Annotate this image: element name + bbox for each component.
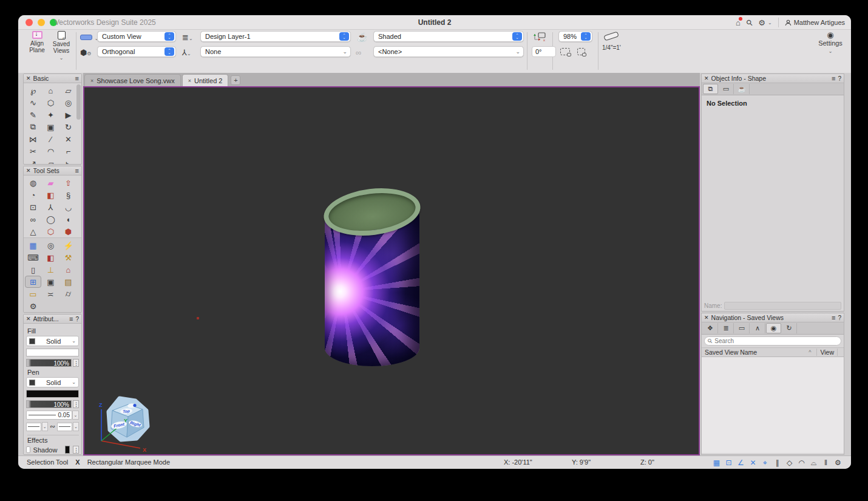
door-toolset-icon[interactable]: ▯ — [25, 264, 41, 276]
gear-icon[interactable]: ⚙ — [758, 18, 765, 27]
layer-select[interactable]: Design Layer-1 ⌃⌄ — [200, 31, 351, 42]
palette-menu-icon[interactable]: ≡ — [832, 75, 835, 82]
render-teapot-icon[interactable]: ☕ — [357, 32, 367, 42]
window-toolset-icon[interactable]: ⊞ — [25, 276, 41, 288]
objects-tab-icon[interactable]: ❖ — [703, 323, 718, 333]
visualization-toolset-icon[interactable]: ▦ — [25, 239, 41, 251]
shell-solid-tool[interactable]: ◔ — [25, 189, 41, 201]
fit-selection-icon[interactable] — [577, 48, 585, 55]
new-tab-button[interactable]: + — [231, 75, 240, 85]
palette-menu-icon[interactable]: ≡ — [75, 167, 79, 174]
view-select[interactable]: Custom View ⌃⌄ — [97, 31, 176, 42]
gear-chevron-icon[interactable]: ⌄ — [768, 20, 772, 26]
palette-scrollbar[interactable] — [76, 84, 81, 120]
locus-3d-tool[interactable]: ⅄ — [42, 201, 59, 213]
smart-edge-snap-icon[interactable]: ◇ — [784, 456, 795, 469]
pause-snapping-icon[interactable]: ‖ — [820, 456, 832, 469]
rotation-input[interactable] — [532, 46, 556, 57]
working-plane-snap-icon[interactable]: ⌓ — [808, 456, 819, 469]
eyedropper-tool[interactable]: ✎ — [25, 109, 41, 121]
camera-match-toolset-icon[interactable]: ▣ — [42, 276, 59, 288]
view-orientation-icon[interactable]: x — [533, 32, 546, 43]
flyover-tool[interactable]: ◍ — [25, 177, 41, 189]
search-icon[interactable]: ⚲ — [744, 17, 754, 27]
search-input[interactable] — [714, 338, 838, 344]
pen-opacity-slider[interactable]: 100% — [26, 400, 72, 408]
object-name-field[interactable] — [724, 302, 841, 310]
settings-button[interactable]: ◉ Settings ⌄ — [815, 30, 846, 54]
close-palette-icon[interactable]: ✕ — [26, 316, 31, 322]
reshape-tool[interactable]: ▣ — [42, 121, 59, 133]
close-palette-icon[interactable]: ✕ — [26, 168, 31, 174]
spline-tool[interactable]: ∿ — [25, 97, 41, 109]
zoom-select[interactable]: 98% ⌃⌄ — [558, 31, 592, 42]
shadow-options-icon[interactable]: ⋮ — [73, 446, 79, 454]
layer-scale-icon[interactable] — [603, 32, 619, 41]
pen-color-bar[interactable] — [26, 390, 79, 398]
active-plane-icon[interactable]: ⌄ — [80, 33, 98, 42]
hemisphere-tool[interactable]: ◖ — [60, 213, 76, 225]
fit-objects-icon[interactable] — [560, 48, 570, 55]
palette-help-icon[interactable]: ? — [75, 316, 79, 322]
grid-snap-icon[interactable]: ▦ — [711, 456, 722, 469]
power-toolset-icon[interactable]: ⚡ — [60, 239, 76, 251]
saved-views-list[interactable] — [702, 357, 844, 453]
cone-tool[interactable]: △ — [25, 225, 41, 237]
mirror-tool[interactable]: ⋈ — [25, 133, 41, 145]
data-tab-icon[interactable]: ▭ — [719, 84, 734, 94]
line-weight-chevron-icon[interactable]: ⌄ — [72, 411, 79, 420]
delete-tool[interactable]: ✕ — [60, 133, 76, 145]
double-polygon-tool[interactable]: ⌂ — [42, 84, 59, 97]
truss-toolset-icon[interactable]: ≍ — [42, 288, 59, 300]
fill-opacity-slider[interactable]: 100% — [26, 359, 72, 367]
line-style-select[interactable] — [26, 423, 41, 431]
column-view[interactable]: View — [820, 349, 834, 356]
fillet-tool[interactable]: ◠ — [42, 145, 59, 157]
select-similar-tool[interactable]: ▶ — [60, 109, 76, 121]
extend-tool[interactable]: ↗ — [25, 157, 41, 165]
design-layers-tab-icon[interactable]: ≣ — [719, 323, 734, 333]
structural-member-icon[interactable]: ⅄⌄ — [182, 48, 191, 57]
chamfer-tool[interactable]: ⌐ — [60, 145, 76, 157]
rotate-tool[interactable]: ↻ — [60, 121, 76, 133]
rigging-toolset-icon[interactable]: ⊥ — [42, 264, 59, 276]
projection-select[interactable]: Orthogonal ⌃⌄ — [97, 46, 176, 57]
snapping-settings-gear-icon[interactable]: ⚙ — [832, 456, 844, 469]
selection-lasso-tool[interactable]: ℘ — [25, 84, 41, 97]
connect-combine-tool[interactable]: ⊾ — [60, 157, 76, 165]
clip-tool[interactable]: ✂ — [25, 145, 41, 157]
pen-style-select[interactable]: Solid ⌄ — [26, 377, 79, 387]
shape-tab-icon[interactable]: ⧉ — [703, 84, 718, 94]
shear-tool[interactable]: ▱ — [42, 157, 59, 165]
palette-help-icon[interactable]: ? — [838, 75, 841, 82]
tab-showcase-love-song[interactable]: × Showcase Love Song.vwx — [84, 74, 181, 86]
align-plane-button[interactable]: Align Plane — [25, 31, 49, 53]
projection-cube-icon[interactable]: ⬢⚙ — [80, 48, 92, 57]
line-weight-select[interactable]: 0.05 — [26, 411, 72, 420]
extract-face-tool[interactable]: ◧ — [42, 189, 59, 201]
line-end-swap-icon[interactable]: ∾ — [49, 423, 56, 431]
column-saved-view-name[interactable]: Saved View Name — [705, 349, 809, 356]
fill-color-bar[interactable] — [26, 349, 79, 356]
classes-tab-icon[interactable]: ∧ — [750, 323, 765, 333]
keyboard-toolset-icon[interactable]: ⌨ — [25, 251, 41, 264]
move-by-points-tool[interactable]: ⧉ — [25, 121, 41, 133]
twist-tool[interactable]: § — [60, 189, 76, 201]
bolt-toolset-icon[interactable]: ⌭ — [60, 288, 76, 300]
fill-opacity-options-icon[interactable]: ⋮ — [73, 359, 79, 367]
tab-close-icon[interactable]: × — [188, 78, 191, 84]
sheet-layers-tab-icon[interactable]: ▭ — [734, 323, 750, 333]
shadow-color-swatch[interactable] — [65, 446, 70, 454]
push-pull-tool[interactable]: ⇧ — [60, 177, 76, 189]
shadow-checkbox[interactable] — [26, 446, 30, 453]
palette-help-icon[interactable]: ? — [838, 315, 841, 321]
drawing-viewport[interactable]: Z X Y Front Right Top — [83, 86, 700, 455]
tab-untitled-2[interactable]: × Untitled 2 — [182, 74, 229, 86]
tangent-snap-icon[interactable]: ◠ — [796, 456, 807, 469]
close-palette-icon[interactable]: ✕ — [704, 75, 709, 81]
camera-lens-toolset-icon[interactable]: ◎ — [42, 239, 59, 251]
saved-views-tab-icon[interactable]: ◉ — [766, 323, 781, 333]
sprayer-toolset-icon[interactable]: ⚒ — [60, 251, 76, 264]
dimension-toolset-icon[interactable]: ▭ — [25, 288, 41, 300]
regular-polygon-tool[interactable]: ⬡ — [42, 97, 59, 109]
